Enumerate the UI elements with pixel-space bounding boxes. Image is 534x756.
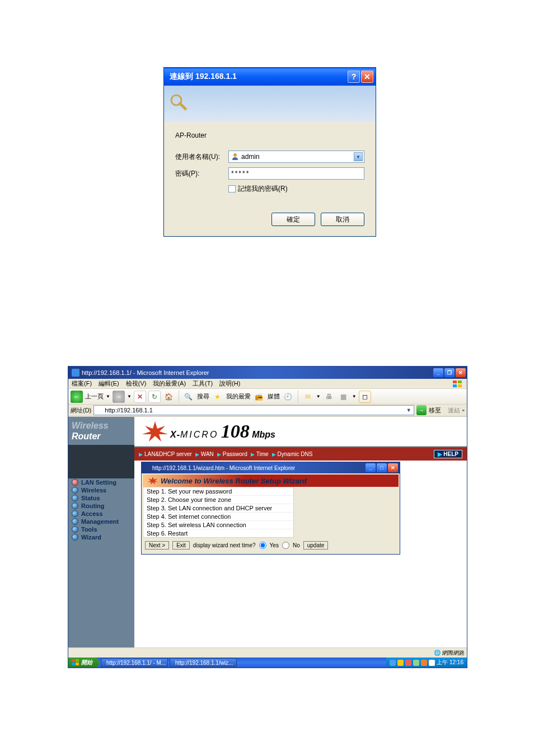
taskbar-item[interactable]: http://192.168.1.1/wiz... <box>170 658 237 667</box>
go-label[interactable]: 移至 <box>429 406 441 415</box>
radio-yes[interactable] <box>259 542 266 549</box>
arrow-icon: ▶ <box>139 452 143 457</box>
wizard-close-button[interactable]: ✕ <box>388 463 398 472</box>
favorites-button[interactable]: ★ <box>212 391 224 403</box>
sidebar-item-management[interactable]: Management <box>68 518 134 525</box>
sidebar-item-lan-setting[interactable]: LAN Setting <box>68 478 134 486</box>
mail-chevron-icon[interactable]: ▼ <box>316 394 321 399</box>
start-label: 開始 <box>81 659 92 666</box>
no-label: No <box>293 542 300 548</box>
auth-title: 連線到 192.168.1.1 <box>166 72 346 82</box>
sidebar-label: Access <box>81 510 103 517</box>
wizard-minimize-button[interactable]: _ <box>366 463 376 472</box>
tab-password[interactable]: ▶Password <box>217 451 247 457</box>
forward-button[interactable]: → <box>113 391 125 403</box>
tab-lan-dhcp[interactable]: ▶LAN&DHCP server <box>139 451 192 457</box>
back-label[interactable]: 上一頁 <box>85 392 104 401</box>
address-value: http://192.168.1.1 <box>105 407 153 414</box>
wizard-icon <box>147 476 158 485</box>
tray-icon[interactable] <box>390 660 396 666</box>
tray-icon[interactable] <box>405 660 411 666</box>
tab-dynamic-dns[interactable]: ▶Dynamic DNS <box>272 451 313 457</box>
logo-line2: Router <box>72 431 131 442</box>
radio-no[interactable] <box>282 542 289 549</box>
update-button[interactable]: update <box>303 541 329 550</box>
favorites-label[interactable]: 我的最愛 <box>226 392 251 401</box>
refresh-button[interactable]: ↻ <box>148 391 161 403</box>
speed-unit: Mbps <box>252 430 275 439</box>
bullet-icon <box>72 526 78 533</box>
exit-button[interactable]: Exit <box>172 541 190 550</box>
brand-word: MICRO <box>180 430 218 439</box>
home-button[interactable]: 🏠 <box>163 391 175 403</box>
menu-favorites[interactable]: 我的最愛(A) <box>153 379 186 388</box>
sidebar-item-access[interactable]: Access <box>68 510 134 518</box>
sidebar-items: LAN Setting Wireless Status Routing Acce… <box>68 478 134 541</box>
menu-edit[interactable]: 編輯(E) <box>99 379 119 388</box>
browser-close-button[interactable]: ✕ <box>456 368 466 377</box>
menu-view[interactable]: 檢視(V) <box>126 379 147 388</box>
ok-button[interactable]: 確定 <box>271 213 315 226</box>
start-button[interactable]: 開始 <box>68 658 99 668</box>
tray-icon[interactable] <box>429 660 435 666</box>
tab-time[interactable]: ▶Time <box>251 451 269 457</box>
password-input[interactable]: ***** <box>228 167 364 180</box>
tray-icon[interactable] <box>421 660 427 666</box>
history-button[interactable]: 🕘 <box>282 391 294 403</box>
address-label: 網址(D) <box>71 406 91 415</box>
browser-window: http://192.168.1.1/ - Microsoft Internet… <box>68 366 467 668</box>
sidebar-item-wizard[interactable]: Wizard <box>68 533 134 541</box>
wizard-maximize-button[interactable]: □ <box>377 463 387 472</box>
links-chevron-icon[interactable]: » <box>462 408 465 413</box>
page-icon <box>96 407 103 414</box>
sidebar-item-wireless[interactable]: Wireless <box>68 486 134 494</box>
menubar: 檔案(F) 編輯(E) 檢視(V) 我的最愛(A) 工具(T) 說明(H) <box>68 379 467 389</box>
auth-titlebar: 連線到 192.168.1.1 ? ✕ <box>164 68 376 86</box>
username-input[interactable]: admin ▼ <box>228 151 364 163</box>
restore-button[interactable]: ❐ <box>444 368 455 377</box>
svg-rect-12 <box>76 663 79 665</box>
address-input[interactable]: http://192.168.1.1 ▼ <box>93 405 414 415</box>
edit-button[interactable]: ▦ <box>338 391 350 403</box>
close-button[interactable]: ✕ <box>361 71 373 83</box>
back-chevron-icon[interactable]: ▼ <box>106 394 110 399</box>
search-button[interactable]: 🔍 <box>182 391 195 403</box>
media-button[interactable]: 📻 <box>253 391 265 403</box>
password-value: ***** <box>231 170 250 177</box>
help-button[interactable]: ? <box>348 71 360 83</box>
next-button[interactable]: Next > <box>145 541 169 550</box>
taskbar-item[interactable]: http://192.168.1.1/ - M... <box>101 658 168 667</box>
tray-icon[interactable] <box>397 660 404 666</box>
stop-button[interactable]: ✕ <box>134 391 146 403</box>
mail-button[interactable]: ✉ <box>302 391 314 403</box>
windows-logo-icon <box>451 379 463 389</box>
tray-icon[interactable] <box>413 660 419 666</box>
sidebar-item-routing[interactable]: Routing <box>68 502 134 510</box>
media-label[interactable]: 媒體 <box>268 392 280 401</box>
remember-checkbox[interactable] <box>228 185 236 192</box>
addr-chevron-icon[interactable]: ▼ <box>406 407 411 413</box>
help-button[interactable]: ▶HELP <box>434 450 462 458</box>
dropdown-arrow-icon[interactable]: ▼ <box>354 152 363 161</box>
auth-dialog: 連線到 192.168.1.1 ? ✕ AP-Router 使用者名稱(U): … <box>163 67 376 237</box>
cancel-button[interactable]: 取消 <box>321 213 364 226</box>
sidebar-item-status[interactable]: Status <box>68 494 134 502</box>
menu-file[interactable]: 檔案(F) <box>72 379 92 388</box>
menu-help[interactable]: 說明(H) <box>219 379 240 388</box>
menu-tools[interactable]: 工具(T) <box>193 379 213 388</box>
minimize-button[interactable]: _ <box>433 368 443 377</box>
edit-chevron-icon[interactable]: ▼ <box>352 394 357 399</box>
search-label[interactable]: 搜尋 <box>197 392 209 401</box>
username-row: 使用者名稱(U): admin ▼ <box>175 151 364 163</box>
fwd-chevron-icon[interactable]: ▼ <box>127 394 132 399</box>
links-label[interactable]: 連結 <box>448 406 460 415</box>
wizard-footer: Next > Exit display wizard next time? Ye… <box>143 538 399 553</box>
discuss-button[interactable]: ◻ <box>359 391 371 403</box>
sidebar-item-tools[interactable]: Tools <box>68 525 134 533</box>
back-button[interactable]: ← <box>71 391 83 403</box>
print-button[interactable]: 🖶 <box>323 391 335 403</box>
content-area: Wireless Router LAN Setting Wireless Sta… <box>68 417 467 658</box>
bullet-icon <box>72 518 78 525</box>
tab-wan[interactable]: ▶WAN <box>195 451 214 457</box>
go-button[interactable]: → <box>416 405 427 415</box>
